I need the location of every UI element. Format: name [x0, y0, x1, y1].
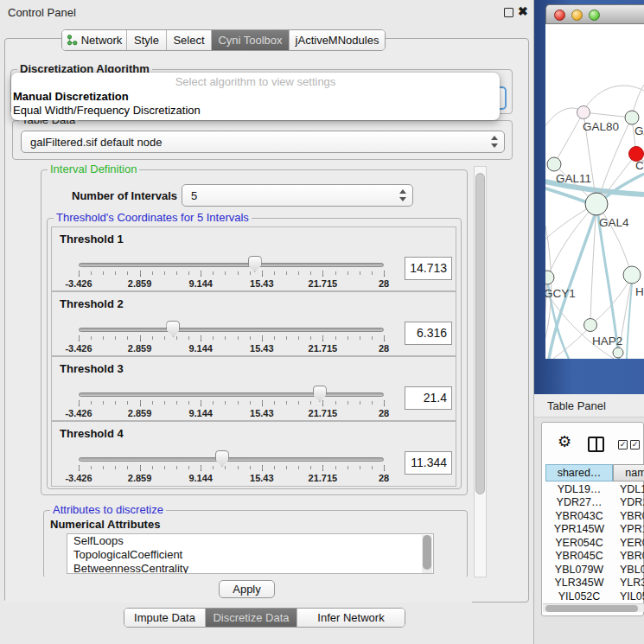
threshold-4-value-field[interactable]: 11.344 — [405, 451, 452, 475]
tab-label: jActiveMNodules — [296, 34, 379, 47]
threshold-1-row: Threshold 1 -3.4262.8599.14415.4321.7152… — [51, 226, 456, 291]
cell: YDR27… — [545, 496, 613, 510]
tick-label: 28 — [379, 408, 389, 418]
table-row[interactable]: YPR145WYPR145W — [545, 523, 644, 537]
network-node[interactable] — [625, 111, 639, 124]
close-traffic-light-icon[interactable] — [554, 10, 565, 21]
dropdown-option-equal-width[interactable]: Equal Width/Frequency Discretization — [11, 104, 500, 118]
tick-label: 28 — [379, 343, 389, 354]
threshold-3-label: Threshold 3 — [60, 362, 124, 375]
threshold-4-row: Threshold 4 -3.4262.8599.14415.4321.7152… — [51, 421, 456, 487]
list-item[interactable]: SelfLoops — [67, 534, 433, 548]
threshold-1-slider-track[interactable] — [79, 263, 384, 267]
tick-label: 2.859 — [128, 473, 152, 483]
cell: YER054C — [613, 536, 644, 550]
tick-label: 15.43 — [250, 473, 274, 483]
tick-label: 21.715 — [309, 408, 338, 418]
network-window-titlebar[interactable] — [545, 4, 644, 24]
list-scrollbar[interactable] — [422, 535, 432, 574]
table-row[interactable]: YDR27…YDR27 — [545, 496, 644, 510]
table-panel-content: ⚙ ✓ ✓ shared… name YDL19…YDL19 YDR27…YDR… — [534, 418, 644, 644]
tab-label: Infer Network — [317, 611, 384, 624]
table-row[interactable]: YBR045CYBR045C — [545, 550, 644, 564]
threshold-1-value-field[interactable]: 14.713 — [405, 257, 452, 280]
tab-impute-data[interactable]: Impute Data — [124, 609, 206, 627]
minimize-traffic-light-icon[interactable] — [571, 10, 583, 21]
tab-discretize-data[interactable]: Discretize Data — [206, 609, 297, 627]
interval-definition-label: Interval Definition — [48, 163, 139, 175]
scrollbar-thumb[interactable] — [423, 535, 431, 570]
threshold-2-value-field[interactable]: 6.316 — [405, 322, 452, 345]
tick-label: 15.43 — [250, 408, 274, 418]
panel-scrollbar[interactable] — [474, 166, 487, 577]
threshold-3-slider-track[interactable] — [79, 392, 384, 397]
tab-network[interactable]: Network — [62, 30, 127, 50]
tick-label: 9.144 — [188, 278, 213, 289]
node-label: GAL11 — [556, 172, 591, 185]
tab-select[interactable]: Select — [167, 30, 212, 50]
network-icon — [67, 35, 78, 46]
slider-tick-labels: -3.4262.8599.14415.4321.71528 — [79, 343, 384, 354]
scrollbar-thumb[interactable] — [475, 173, 485, 494]
checkbox-icon[interactable]: ✓ — [630, 440, 640, 450]
numerical-attributes-label: Numerical Attributes — [48, 518, 162, 531]
float-window-icon[interactable] — [504, 8, 513, 17]
control-panel-titlebar: Control Panel ✖ — [0, 0, 534, 26]
gear-icon[interactable]: ⚙ — [558, 434, 571, 450]
tick-label: -3.426 — [65, 408, 92, 418]
scrollbar-thumb[interactable] — [545, 605, 638, 612]
table-row[interactable]: YDL19…YDL19 — [545, 482, 644, 496]
tab-jactivemnodules[interactable]: jActiveMNodules — [290, 30, 385, 50]
horizontal-scrollbar[interactable] — [543, 603, 644, 612]
threshold-4-slider-track[interactable] — [79, 457, 384, 462]
zoom-traffic-light-icon[interactable] — [589, 10, 600, 21]
network-edge[interactable] — [545, 108, 582, 132]
table-row[interactable]: YLR345WYLR345W — [545, 577, 644, 590]
network-view-canvas[interactable]: GAL80GACGAL11GAL4GCY1HHAP2 — [545, 24, 644, 359]
tab-cyni-toolbox[interactable]: Cyni Toolbox — [212, 30, 290, 50]
list-item[interactable]: TopologicalCoefficient — [67, 548, 433, 562]
threshold-2-slider-track[interactable] — [79, 328, 384, 332]
network-node[interactable] — [584, 319, 597, 332]
tick-label: 21.715 — [309, 473, 338, 483]
tab-infer-network[interactable]: Infer Network — [297, 609, 405, 627]
network-edge[interactable] — [627, 284, 632, 359]
cell: YPR145W — [545, 523, 613, 537]
table-data-combobox[interactable]: galFiltered.sif default node — [21, 131, 505, 153]
attributes-group-label: Attributes to discretize — [50, 504, 166, 516]
checkbox-icon[interactable]: ✓ — [618, 440, 628, 450]
table-row[interactable]: YBR043CYBR043C — [545, 509, 644, 523]
network-node[interactable] — [545, 271, 554, 284]
list-item[interactable]: BetweennessCentrality — [67, 562, 433, 574]
network-node[interactable] — [613, 348, 623, 358]
table-panel-title: Table Panel — [547, 399, 606, 412]
tab-label: Discretize Data — [213, 611, 289, 624]
column-header-shared[interactable]: shared… — [545, 464, 613, 481]
tab-label: Cyni Toolbox — [218, 34, 282, 47]
threshold-1-label: Threshold 1 — [60, 233, 124, 245]
slider-tick-labels: -3.4262.8599.14415.4321.71528 — [79, 408, 384, 419]
close-icon[interactable]: ✖ — [518, 4, 528, 18]
cell: YLR345W — [545, 577, 613, 590]
table-row[interactable]: YIL052CYIL052C — [545, 590, 644, 603]
network-edge[interactable] — [554, 112, 583, 164]
slider-minor-ticks — [79, 466, 386, 469]
tick-label: -3.426 — [65, 473, 92, 483]
apply-button[interactable]: Apply — [219, 580, 275, 598]
tick-label: 15.43 — [250, 343, 274, 354]
threshold-3-value-field[interactable]: 21.4 — [405, 386, 452, 410]
network-node[interactable] — [547, 157, 561, 171]
node-label: GA — [634, 124, 644, 137]
network-node[interactable] — [577, 106, 590, 119]
number-of-intervals-combobox[interactable]: 5 — [182, 184, 413, 207]
table-row[interactable]: YBL079WYBL079W — [545, 563, 644, 577]
table-row[interactable]: YER054CYER054C — [545, 536, 644, 550]
column-header-name[interactable]: name — [613, 464, 644, 481]
dropdown-option-manual[interactable]: Manual Discretization — [11, 90, 500, 104]
network-edge[interactable] — [548, 204, 596, 276]
columns-icon[interactable] — [588, 437, 604, 452]
network-node[interactable] — [623, 266, 641, 284]
network-node[interactable] — [585, 193, 608, 215]
tab-style[interactable]: Style — [127, 30, 167, 50]
cell: YPR145W — [613, 523, 644, 537]
